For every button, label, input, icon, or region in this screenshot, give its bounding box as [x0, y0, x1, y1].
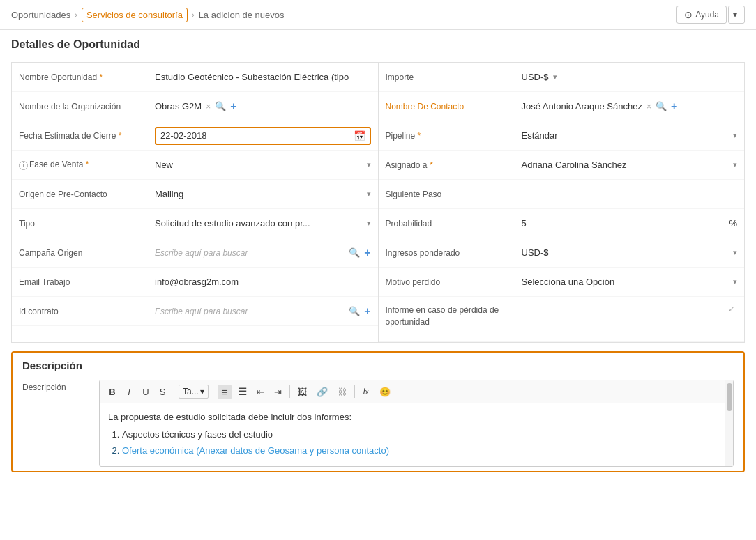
label-origen-precontacto: Origen de Pre-Contacto	[19, 190, 155, 199]
field-informe-perdida: Informe en caso de pérdida de oportunida…	[379, 297, 745, 342]
breadcrumb-root[interactable]: Oportunidades	[11, 10, 70, 20]
scrollbar-thumb[interactable]	[727, 383, 732, 411]
list-item-2-text[interactable]: Oferta económica (Anexar datos de Geosam…	[122, 445, 389, 456]
value-motivo-perdido[interactable]: Selecciona una Opción ▾	[522, 277, 738, 287]
label-probabilidad: Probabilidad	[386, 219, 522, 229]
info-icon-fase[interactable]: i	[19, 161, 28, 170]
search-contrato-icon[interactable]: 🔍	[349, 306, 360, 316]
link-button[interactable]: 🔗	[313, 385, 331, 399]
probabilidad-suffix: %	[729, 218, 737, 229]
value-fase-venta[interactable]: New ▾	[155, 160, 371, 170]
dropdown-arrow-fase[interactable]: ▾	[367, 160, 371, 169]
probabilidad-text[interactable]: 5	[522, 218, 527, 229]
indent-left-button[interactable]: ⇤	[253, 385, 268, 399]
field-ingresos-ponderado: Ingresos ponderado USD-$ ▾	[379, 238, 745, 268]
add-contrato-icon[interactable]: +	[364, 305, 370, 318]
value-nombre-oportunidad: Estudio Geotécnico - Subestación Eléctri…	[155, 72, 371, 82]
image-button[interactable]: 🖼	[294, 385, 310, 399]
editor-intro-text: La propuesta de estudio solicitada debe …	[108, 410, 716, 425]
tipo-text: Solicitud de estudio avanzado con pr...	[155, 218, 310, 229]
informe-perdida-textarea[interactable]	[522, 302, 738, 337]
resize-handle-icon[interactable]: ↙	[728, 304, 734, 314]
toolbar-sep-3	[289, 385, 290, 398]
underline-button[interactable]: U	[139, 385, 153, 399]
label-nombre-organizacion: Nombre de la Organización	[19, 102, 155, 111]
add-organizacion-icon[interactable]: +	[230, 100, 236, 113]
unlink-button[interactable]: ⛓	[334, 385, 350, 399]
align-center-button[interactable]: ≡	[218, 385, 232, 399]
required-marker-fecha: *	[119, 131, 122, 141]
emoji-button[interactable]: 😊	[376, 385, 394, 399]
list-item-1-text[interactable]: Aspectos técnicos y fases del estudio	[122, 429, 273, 440]
ingresos-currency[interactable]: USD-$	[522, 247, 549, 258]
page-title: Detalles de Oportunidad	[11, 38, 745, 51]
ul-button[interactable]: ☰	[234, 384, 250, 399]
clear-format-button[interactable]: Ix	[359, 385, 373, 398]
help-button[interactable]: ⊙ Ayuda	[676, 6, 727, 24]
toolbar-sep-2	[213, 385, 213, 398]
value-asignado-a[interactable]: Adriana Carolina Sánchez ▾	[522, 160, 738, 170]
dropdown-arrow-ingresos[interactable]: ▾	[733, 248, 737, 257]
nombre-contacto-text[interactable]: José Antonio Araque Sánchez	[522, 101, 642, 111]
dropdown-arrow-tipo[interactable]: ▾	[367, 219, 371, 228]
font-size-dropdown[interactable]: Ta... ▾	[179, 385, 209, 399]
fecha-value: 22-02-2018	[160, 130, 207, 141]
list-item-1: Aspectos técnicos y fases del estudio	[122, 428, 716, 442]
add-contacto-icon[interactable]: +	[671, 100, 677, 113]
dropdown-arrow-motivo[interactable]: ▾	[733, 277, 737, 286]
importe-currency[interactable]: USD-$	[522, 72, 549, 82]
description-section-title: Descripción	[13, 353, 743, 376]
importe-amount-field[interactable]	[561, 77, 737, 77]
page-content: Detalles de Oportunidad Nombre Oportunid…	[0, 30, 756, 481]
description-editor: B I U S Ta... ▾ ≡ ☰ ⇤	[99, 380, 734, 467]
field-id-contrato: Id contrato Escribe aquí para buscar 🔍 +	[12, 297, 378, 326]
dropdown-arrow-importe[interactable]: ▾	[553, 72, 557, 82]
description-label: Descripción	[22, 380, 92, 467]
value-importe: USD-$ ▾	[522, 72, 738, 82]
editor-list: Aspectos técnicos y fases del estudio Of…	[108, 428, 716, 458]
asignado-a-text: Adriana Carolina Sánchez	[522, 160, 627, 170]
field-origen-precontacto: Origen de Pre-Contacto Mailing ▾	[12, 180, 378, 209]
toolbar-sep-4	[354, 385, 355, 398]
italic-button[interactable]: I	[122, 385, 136, 399]
email-trabajo-text[interactable]: info@obrasg2m.com	[155, 277, 239, 287]
breadcrumb-active[interactable]: Servicios de consultoría	[82, 8, 188, 22]
breadcrumb-current: La adicion de nuevos	[199, 10, 285, 20]
dropdown-arrow-asignado[interactable]: ▾	[733, 160, 737, 169]
nombre-oportunidad-text[interactable]: Estudio Geotécnico - Subestación Eléctri…	[155, 72, 349, 82]
help-button-dropdown[interactable]: ▾	[728, 6, 745, 24]
nombre-organizacion-text[interactable]: Obras G2M	[155, 101, 202, 111]
breadcrumb: Oportunidades › Servicios de consultoría…	[11, 8, 285, 22]
clear-contacto-icon[interactable]: ×	[647, 102, 651, 111]
field-nombre-oportunidad: Nombre Oportunidad * Estudio Geotécnico …	[12, 63, 378, 92]
campana-search-input[interactable]: Escribe aquí para buscar	[155, 248, 345, 258]
dropdown-arrow-pipeline[interactable]: ▾	[733, 131, 737, 140]
indent-right-button[interactable]: ⇥	[271, 385, 285, 399]
editor-toolbar: B I U S Ta... ▾ ≡ ☰ ⇤	[100, 380, 725, 403]
search-campana-icon[interactable]: 🔍	[349, 247, 360, 258]
field-asignado-a: Asignado a * Adriana Carolina Sánchez ▾	[379, 151, 745, 180]
description-section: Descripción Descripción B I U S Ta...	[11, 351, 745, 472]
fecha-input-wrapper[interactable]: 22-02-2018 📅	[155, 127, 371, 145]
clear-organizacion-icon[interactable]: ×	[206, 102, 211, 111]
bold-button[interactable]: B	[105, 385, 119, 399]
strikethrough-button[interactable]: S	[156, 385, 169, 399]
calendar-icon[interactable]: 📅	[354, 130, 365, 141]
id-contrato-search-input[interactable]: Escribe aquí para buscar	[155, 307, 345, 316]
pipeline-text: Estándar	[522, 130, 558, 141]
right-column: Importe USD-$ ▾ Nombre De Contacto José …	[379, 63, 745, 342]
value-fecha-cierre: 22-02-2018 📅	[155, 127, 371, 145]
label-campana-origen: Campaña Origen	[19, 248, 155, 258]
value-tipo[interactable]: Solicitud de estudio avanzado con pr... …	[155, 218, 371, 229]
editor-scrollbar[interactable]	[725, 380, 733, 466]
toolbar-sep-1	[174, 385, 174, 398]
value-pipeline[interactable]: Estándar ▾	[522, 130, 738, 141]
search-contacto-icon[interactable]: 🔍	[656, 101, 667, 111]
editor-wrapper: B I U S Ta... ▾ ≡ ☰ ⇤	[100, 380, 733, 466]
add-campana-icon[interactable]: +	[364, 247, 370, 259]
motivo-perdido-text: Selecciona una Opción	[522, 277, 615, 287]
search-organizacion-icon[interactable]: 🔍	[215, 101, 226, 111]
value-probabilidad: 5 %	[522, 218, 738, 229]
dropdown-arrow-origen[interactable]: ▾	[367, 190, 371, 199]
value-origen-precontacto[interactable]: Mailing ▾	[155, 189, 371, 199]
